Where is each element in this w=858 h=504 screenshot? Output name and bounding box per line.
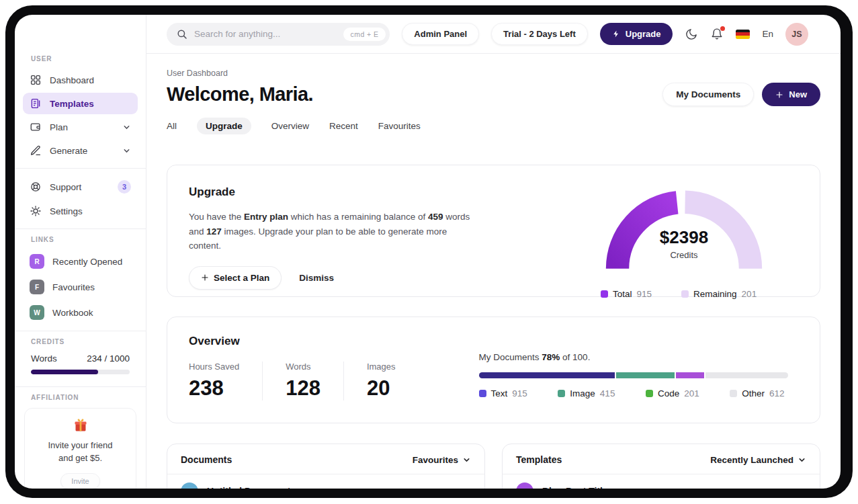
- sidebar-section-credits: CREDITS: [31, 338, 138, 345]
- gauge-legend: Total 915 Remaining 201: [601, 289, 769, 299]
- stat-images: Images 20: [367, 362, 419, 401]
- invite-button[interactable]: Invite: [60, 473, 99, 489]
- sidebar-item-plan[interactable]: Plan: [23, 116, 138, 138]
- tab-upgrade[interactable]: Upgrade: [197, 118, 251, 134]
- sidebar-section-user: USER: [31, 55, 138, 62]
- credits-words-label: Words: [31, 353, 57, 364]
- wallet-icon: [30, 121, 42, 133]
- legend-swatch: [601, 290, 608, 298]
- legend-swatch: [681, 290, 689, 298]
- bar-segment-image: [616, 372, 675, 378]
- page-title: Welcome, Maria.: [167, 83, 313, 106]
- stat-words: Words 128: [286, 362, 344, 401]
- legend-item-code: Code 201: [646, 388, 699, 398]
- tab-favourites[interactable]: Favourites: [378, 121, 421, 131]
- language-switcher[interactable]: [736, 30, 750, 39]
- template-row[interactable]: Blog Post Title in Workbook: [503, 474, 820, 489]
- sidebar-link-favourites[interactable]: F Favourites: [23, 276, 138, 298]
- chevron-down-icon: [122, 146, 131, 155]
- overview-card-title: Overview: [189, 335, 441, 348]
- gift-icon: [73, 418, 88, 433]
- sidebar-item-generate[interactable]: Generate: [23, 140, 138, 161]
- language-label[interactable]: En: [762, 29, 773, 39]
- sidebar-item-support[interactable]: Support 3: [23, 175, 138, 198]
- sidebar-item-label: Settings: [50, 206, 83, 216]
- affiliation-card: Invite your friend and get $5. Invite: [24, 408, 136, 489]
- gauge-center-label: Credits: [599, 250, 769, 260]
- documents-card-title: Documents: [181, 454, 232, 465]
- link-avatar: W: [30, 305, 44, 320]
- sidebar-item-label: Dashboard: [50, 75, 94, 85]
- plus-icon: [775, 91, 783, 99]
- breadcrumb: User Dashboard: [167, 69, 820, 78]
- search-icon: [176, 28, 188, 40]
- sidebar-link-label: Favourites: [52, 282, 95, 292]
- upgrade-card-body: You have the Entry plan which has a rema…: [189, 210, 478, 253]
- tab-bar: All Upgrade Overview Recent Favourites: [167, 118, 820, 134]
- documents-filter-dropdown[interactable]: Favourites: [413, 455, 471, 465]
- notification-dot: [720, 26, 725, 31]
- credits-progress-bar: [31, 370, 130, 374]
- sidebar-item-templates[interactable]: Templates: [23, 93, 138, 114]
- overview-card: Overview Hours Saved 238 Words 128 Image…: [167, 317, 820, 423]
- dashboard-icon: [30, 74, 42, 86]
- sidebar-divider: [15, 386, 146, 387]
- sidebar-section-affiliation: AFFILIATION: [31, 394, 138, 401]
- gauge-center-value: $2398: [599, 227, 769, 248]
- admin-panel-button[interactable]: Admin Panel: [402, 23, 479, 45]
- sidebar-link-recently-opened[interactable]: R Recently Opened: [23, 250, 138, 273]
- document-row[interactable]: Untitled Document in Workbook: [167, 474, 484, 489]
- sidebar-link-workbook[interactable]: W Workbook: [23, 301, 138, 324]
- credits-gauge-chart: $2398 Credits Total 915 Remaining 201: [599, 185, 769, 296]
- templates-card: Templates Recently Launched Blog Post Ti…: [502, 444, 820, 489]
- topbar: cmd + E Admin Panel Trial - 2 Days Left …: [146, 15, 841, 54]
- overview-stats: Hours Saved 238 Words 128 Images 20: [189, 362, 441, 401]
- credits-progress-fill: [31, 370, 98, 374]
- new-button[interactable]: New: [762, 83, 820, 106]
- sidebar-item-settings[interactable]: Settings: [23, 200, 138, 222]
- sidebar-divider: [15, 228, 146, 229]
- sidebar-divider: [15, 331, 146, 331]
- documents-card: Documents Favourites Untitled Document i…: [167, 444, 485, 489]
- tab-overview[interactable]: Overview: [271, 121, 309, 131]
- plus-icon: [201, 274, 209, 282]
- dark-mode-toggle[interactable]: [685, 28, 698, 41]
- upgrade-button[interactable]: Upgrade: [600, 23, 673, 45]
- select-plan-button[interactable]: Select a Plan: [189, 266, 282, 290]
- chevron-down-icon: [462, 456, 471, 464]
- legend-item-other: Other 612: [730, 388, 784, 398]
- support-badge: 3: [118, 180, 131, 194]
- stat-hours-saved: Hours Saved 238: [189, 362, 263, 401]
- search-bar[interactable]: cmd + E: [167, 23, 390, 46]
- link-avatar: F: [30, 280, 44, 294]
- template-avatar: [516, 482, 533, 489]
- sidebar-item-label: Generate: [50, 146, 87, 156]
- moon-icon: [685, 28, 698, 41]
- templates-card-title: Templates: [516, 454, 562, 465]
- tab-recent[interactable]: Recent: [329, 121, 358, 131]
- dismiss-button[interactable]: Dismiss: [299, 273, 334, 283]
- sidebar-item-dashboard[interactable]: Dashboard: [23, 69, 138, 91]
- legend-item-text: Text 915: [479, 388, 527, 398]
- lightning-icon: [612, 30, 620, 38]
- templates-filter-dropdown[interactable]: Recently Launched: [710, 455, 806, 465]
- main-area: cmd + E Admin Panel Trial - 2 Days Left …: [146, 15, 841, 489]
- progress-caption: My Documents 78% of 100.: [479, 352, 788, 362]
- bar-segment-other: [705, 372, 788, 378]
- legend-item-total: Total 915: [601, 289, 652, 299]
- documents-progress-chart: My Documents 78% of 100. Text 915: [479, 335, 788, 405]
- search-input[interactable]: [194, 29, 337, 39]
- stacked-progress-bar: [479, 372, 788, 378]
- document-avatar: [181, 482, 198, 489]
- link-avatar: R: [30, 254, 44, 269]
- user-avatar[interactable]: JS: [785, 23, 808, 46]
- notifications-button[interactable]: [710, 28, 724, 41]
- sidebar-item-label: Templates: [50, 99, 94, 109]
- template-location: in Workbook: [756, 487, 806, 489]
- bar-segment-text: [479, 372, 615, 378]
- legend-item-remaining: Remaining 201: [681, 289, 757, 299]
- tab-all[interactable]: All: [167, 121, 177, 131]
- app-window: USER Dashboard Templates Plan Generate S…: [15, 15, 841, 489]
- trial-days-button[interactable]: Trial - 2 Days Left: [491, 23, 588, 45]
- my-documents-button[interactable]: My Documents: [662, 83, 754, 106]
